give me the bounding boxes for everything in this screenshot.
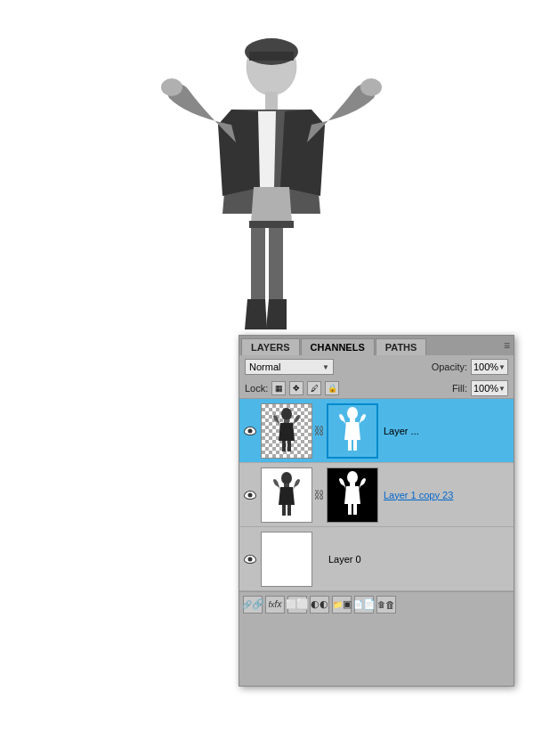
lock-move[interactable]: ✥: [289, 381, 303, 395]
lock-all[interactable]: 🔒: [325, 381, 339, 395]
fill-label: Fill:: [452, 383, 467, 394]
layer-name: Layer ...: [384, 426, 512, 436]
add-adjustment-button[interactable]: ◐: [310, 596, 329, 614]
fill-arrow: ▼: [498, 385, 506, 393]
layer-thumb-main: [261, 403, 312, 459]
layer-visibility-toggle[interactable]: [241, 422, 259, 440]
group-layers-button[interactable]: ▣: [332, 596, 352, 614]
layer-thumb-main: [261, 467, 312, 523]
tab-layers[interactable]: LAYERS: [241, 338, 300, 355]
svg-point-13: [347, 407, 358, 419]
layer-visibility-toggle[interactable]: [241, 486, 259, 504]
mask-icon: ⬜: [296, 598, 309, 610]
svg-rect-16: [353, 440, 357, 451]
eye-icon: [244, 427, 256, 435]
svg-rect-18: [284, 484, 289, 487]
svg-rect-4: [249, 221, 294, 228]
svg-rect-12: [287, 441, 291, 451]
layer-visibility-toggle[interactable]: [241, 550, 259, 568]
layer-thumb-figure: [273, 407, 300, 456]
fill-area: Fill: 100% ▼: [452, 380, 508, 396]
svg-point-17: [281, 472, 292, 484]
svg-rect-24: [353, 504, 357, 515]
lock-label: Lock:: [245, 383, 268, 394]
svg-point-9: [281, 408, 292, 420]
photo-area: [0, 0, 534, 347]
layer-thumb-figure: [273, 471, 300, 520]
blend-row: Normal ▼ Opacity: 100% ▼: [239, 355, 514, 378]
adj-icon: ◐: [320, 598, 328, 610]
svg-point-5: [161, 78, 182, 96]
figure-photo: [142, 9, 392, 347]
blend-mode-arrow: ▼: [322, 363, 329, 371]
svg-rect-2: [249, 52, 294, 61]
blend-mode-value: Normal: [249, 362, 280, 372]
lock-draw[interactable]: 🖊: [307, 381, 321, 395]
fx-label: fx: [275, 599, 282, 609]
panel-menu-icon[interactable]: ≡: [504, 339, 510, 352]
eye-icon: [244, 555, 256, 564]
opacity-arrow: ▼: [498, 363, 506, 371]
layer-thumb-main: [261, 532, 312, 587]
svg-rect-3: [265, 92, 278, 110]
svg-rect-11: [282, 441, 286, 451]
layer-mask-figure: [339, 406, 366, 455]
svg-rect-7: [251, 228, 265, 299]
panel-toolbar: 🔗 fx ⬜ ◐ ▣ 📄 🗑: [239, 591, 514, 616]
layer-name: Layer 0: [328, 554, 512, 565]
svg-rect-10: [284, 419, 289, 423]
svg-rect-15: [348, 440, 352, 451]
lock-checkerboard[interactable]: ▦: [271, 381, 286, 395]
group-icon: ▣: [343, 598, 352, 610]
svg-point-21: [347, 471, 358, 484]
del-icon: 🗑: [385, 599, 395, 610]
opacity-label: Opacity:: [432, 362, 467, 372]
svg-rect-8: [269, 228, 283, 299]
svg-rect-19: [282, 505, 286, 516]
lock-row: Lock: ▦ ✥ 🖊 🔒 Fill: 100% ▼: [239, 378, 514, 399]
layer-thumb-mask: [327, 403, 378, 459]
opacity-row: Opacity: 100% ▼: [432, 359, 508, 375]
delete-layer-button[interactable]: 🗑: [376, 596, 396, 614]
layer-row[interactable]: ⛓ Layer ...: [239, 399, 514, 463]
svg-rect-14: [350, 419, 355, 422]
new-layer-button[interactable]: 📄: [354, 596, 374, 614]
svg-rect-22: [350, 483, 355, 486]
opacity-value[interactable]: 100% ▼: [471, 359, 508, 375]
fill-value[interactable]: 100% ▼: [471, 380, 508, 396]
panel-tabs: LAYERS CHANNELS PATHS ≡: [239, 336, 514, 355]
eye-icon: [244, 491, 256, 500]
new-icon: 📄: [363, 598, 376, 610]
layer-row[interactable]: Layer 0: [239, 527, 514, 591]
layer-name: Layer 1 copy 23: [384, 490, 512, 500]
tab-paths[interactable]: PATHS: [376, 338, 427, 355]
checkerboard-bg: [262, 404, 312, 458]
add-fx-button[interactable]: fx: [265, 596, 285, 614]
link-layers-button[interactable]: 🔗: [243, 596, 263, 614]
layer-mask-figure: [339, 470, 366, 519]
svg-rect-20: [287, 505, 291, 516]
layers-area: ⛓ Layer ...: [239, 399, 514, 591]
layer-row[interactable]: ⛓ Layer 1 copy 23: [239, 463, 514, 527]
svg-rect-23: [348, 504, 352, 515]
svg-point-6: [360, 78, 382, 96]
add-mask-button[interactable]: ⬜: [287, 596, 307, 614]
layer-thumb-mask: [327, 467, 378, 523]
layer-link-icon: ⛓: [314, 425, 325, 437]
ps-panel: LAYERS CHANNELS PATHS ≡ Normal ▼ Opacity…: [239, 335, 514, 687]
blend-mode-select[interactable]: Normal ▼: [245, 359, 334, 375]
layer-link-icon: ⛓: [314, 489, 325, 501]
tab-channels[interactable]: CHANNELS: [301, 338, 375, 355]
